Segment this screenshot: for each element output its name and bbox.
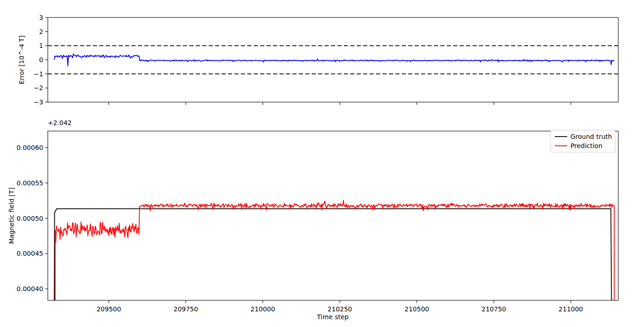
x-tick-label: 209750 bbox=[173, 305, 198, 313]
x-tick-label: 211000 bbox=[559, 305, 583, 313]
y-tick-label: −1 bbox=[34, 70, 43, 78]
prediction-line bbox=[55, 201, 614, 301]
y-tick-label: 0.00045 bbox=[17, 250, 43, 257]
y-tick-label: −2 bbox=[34, 84, 43, 92]
y-tick-label: 1 bbox=[39, 42, 43, 49]
x-tick-label: 210250 bbox=[328, 305, 352, 313]
x-tick-label: 210750 bbox=[482, 305, 506, 313]
error-y-axis-label: Error [10^-4 T] bbox=[18, 35, 25, 84]
y-tick-label: −3 bbox=[34, 98, 43, 106]
x-tick-label: 210000 bbox=[251, 305, 275, 313]
y-tick-label: 0.00050 bbox=[17, 215, 43, 222]
charts-canvas: −3−2−101230.000400.000450.000500.000550.… bbox=[0, 0, 644, 327]
y-tick-label: 0.00060 bbox=[17, 144, 43, 151]
y-tick-label: 0.00055 bbox=[17, 179, 43, 187]
x-axis-label: Time step bbox=[317, 313, 349, 321]
y-tick-label: 0 bbox=[39, 56, 43, 63]
ground-truth-line bbox=[54, 209, 611, 300]
legend-label: Ground truth bbox=[570, 133, 612, 140]
field-plot-group: 0.000400.000450.000500.000550.0006020950… bbox=[17, 130, 618, 313]
figure: −3−2−101230.000400.000450.000500.000550.… bbox=[0, 0, 644, 327]
field-y-axis-label: Magnetic field [T] bbox=[8, 188, 15, 244]
legend-label: Prediction bbox=[570, 142, 603, 149]
error-plot-group: −3−2−10123 bbox=[34, 14, 618, 106]
x-tick-label: 210500 bbox=[405, 305, 429, 313]
y-tick-label: 3 bbox=[39, 14, 43, 21]
y-axis-offset-text: +2.042 bbox=[48, 119, 72, 126]
plot-border bbox=[48, 131, 618, 300]
x-tick-label: 209500 bbox=[97, 305, 121, 313]
y-tick-label: 0.00040 bbox=[17, 285, 43, 293]
y-tick-label: 2 bbox=[39, 28, 43, 35]
error-line bbox=[54, 54, 614, 66]
